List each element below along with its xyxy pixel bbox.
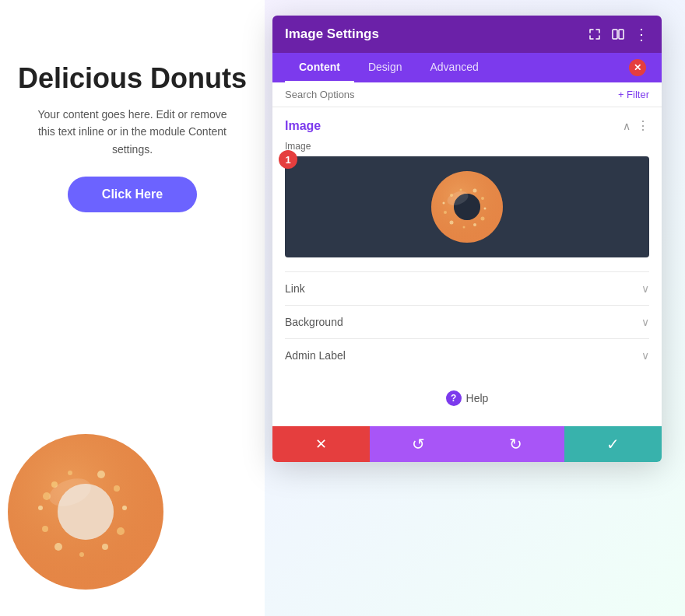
tab-design[interactable]: Design [354,53,416,82]
image-preview-wrapper: 1 [285,156,649,257]
image-field-label: Image [285,141,649,152]
page-description: Your content goes here. Edit or remove t… [31,106,234,158]
link-chevron: ∨ [641,282,649,295]
settings-panel: Image Settings ⋮ Content Design Advanced… [272,16,662,462]
redo-button[interactable]: ↻ [467,426,564,462]
panel-title: Image Settings [285,26,379,42]
image-section: Image ∧ ⋮ Image 1 [285,118,649,372]
svg-point-11 [79,552,84,557]
background-chevron: ∨ [641,316,649,328]
split-icon[interactable] [610,26,626,42]
panel-header: Image Settings ⋮ [272,16,662,53]
section-header-image: Image ∧ ⋮ [285,118,649,133]
admin-label-label: Admin Label [285,349,346,362]
tab-advanced[interactable]: Advanced [416,53,492,82]
svg-rect-17 [613,30,617,39]
svg-point-24 [460,189,462,191]
svg-point-14 [38,506,43,510]
svg-point-26 [481,197,484,200]
section-header-right: ∧ ⋮ [623,118,649,133]
admin-label-chevron: ∨ [641,349,649,362]
panel-tabs: Content Design Advanced ✕ [272,53,662,82]
more-icon[interactable]: ⋮ [634,26,649,42]
redo-icon: ↻ [509,435,522,453]
svg-point-5 [68,471,72,475]
background-label: Background [285,316,343,328]
svg-point-12 [54,543,62,551]
page-title: Delicious Donuts [18,62,247,95]
search-input[interactable] [285,89,618,100]
background-section[interactable]: Background ∨ [285,305,649,338]
svg-point-27 [484,208,487,210]
confirm-icon: ✓ [606,435,620,453]
svg-point-8 [122,506,127,510]
tab-content[interactable]: Content [285,53,354,82]
collapse-icon[interactable]: ∧ [623,120,631,132]
help-section: ? Help [285,372,649,414]
svg-rect-18 [619,30,624,39]
panel-search-bar: + Filter [272,82,662,107]
link-label: Link [285,282,305,295]
svg-point-6 [97,471,105,478]
reset-icon: ↺ [412,435,425,453]
panel-close-button[interactable]: ✕ [629,59,646,76]
cancel-button[interactable]: ✕ [272,426,370,462]
svg-point-25 [473,189,477,193]
cta-button[interactable]: Click Here [68,177,197,212]
svg-point-30 [463,226,465,229]
fullscreen-icon[interactable] [587,26,602,42]
cancel-icon: ✕ [315,436,327,453]
image-field-container: Image 1 [285,141,649,257]
svg-point-9 [117,527,125,535]
reset-button[interactable]: ↺ [370,426,467,462]
svg-point-33 [443,202,445,205]
image-badge: 1 [279,150,297,169]
link-section[interactable]: Link ∨ [285,271,649,305]
donut-image-large [0,418,179,608]
svg-point-32 [444,211,447,214]
help-icon: ? [446,390,462,406]
svg-point-10 [102,544,108,550]
svg-point-7 [114,485,120,492]
help-text[interactable]: Help [466,392,489,404]
admin-label-section[interactable]: Admin Label ∨ [285,338,649,372]
svg-point-13 [42,526,48,532]
confirm-button[interactable]: ✓ [564,426,662,462]
panel-body: Image ∧ ⋮ Image 1 [272,107,662,426]
filter-button[interactable]: + Filter [618,89,649,100]
svg-point-31 [450,221,454,225]
section-menu-icon[interactable]: ⋮ [637,118,649,133]
panel-actions: ✕ ↺ ↻ ✓ [272,426,662,462]
section-title-image: Image [285,119,321,133]
image-preview[interactable] [285,156,649,257]
svg-point-29 [473,223,476,226]
panel-header-icons: ⋮ [587,26,649,42]
svg-point-28 [481,217,485,221]
